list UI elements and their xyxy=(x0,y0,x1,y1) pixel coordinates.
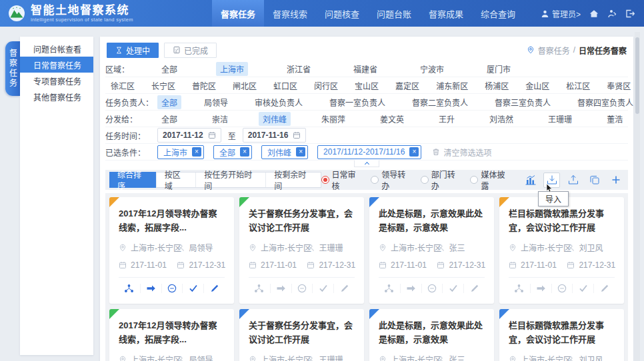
tab-processing[interactable]: 处理中 xyxy=(107,43,159,58)
filter-option[interactable]: 局领导 xyxy=(200,95,232,109)
remove-icon[interactable] xyxy=(421,284,443,293)
filter-option-district[interactable]: 嘉定区 xyxy=(391,79,423,93)
plus-icon[interactable] xyxy=(607,173,624,188)
filter-option-district[interactable]: 徐汇区 xyxy=(107,79,139,93)
nav-item[interactable]: 问题台账 xyxy=(368,0,420,27)
distribute-icon[interactable] xyxy=(379,284,400,293)
nav-item[interactable]: 督察线索 xyxy=(264,0,316,27)
filter-option-district[interactable]: 闵行区 xyxy=(310,79,342,93)
edit-icon[interactable] xyxy=(463,284,485,293)
task-card[interactable]: 此处是标题，示意效果此处是标题，示意效果 上海市-长宁区 张三 xyxy=(369,309,494,361)
filter-option[interactable]: 审核处负责人 xyxy=(251,95,307,109)
distribute-icon[interactable] xyxy=(119,284,140,293)
distribute-icon[interactable] xyxy=(249,284,270,293)
filter-option-district[interactable]: 宝山区 xyxy=(351,79,383,93)
filter-option[interactable]: 刘浩然 xyxy=(485,112,517,126)
task-card[interactable]: 关于督察任务分发事宜，会议讨论工作开展 上海市-长宁区 王珊珊 xyxy=(239,197,364,304)
distribute-icon[interactable] xyxy=(509,284,530,293)
task-card[interactable]: 2017年12月领导转办督察线索，拓展字段... 上海市-长宁区 局领导 xyxy=(109,309,234,361)
remove-icon[interactable] xyxy=(291,284,313,293)
user-menu[interactable]: 管理员> xyxy=(541,8,581,19)
filter-option-district[interactable]: 闸北区 xyxy=(229,79,261,93)
tab-completed[interactable]: 已完成 xyxy=(164,43,217,58)
filter-option-district[interactable]: 虹口区 xyxy=(269,79,301,93)
chart-icon[interactable] xyxy=(522,173,539,188)
sidebar-item[interactable]: 日常督察任务 xyxy=(20,57,93,73)
filter-option[interactable]: 董浩 xyxy=(603,112,627,126)
import-icon[interactable]: 导入 xyxy=(543,173,560,188)
nav-item[interactable]: 督察成果 xyxy=(420,0,472,27)
nav-item[interactable]: 问题核查 xyxy=(316,0,368,27)
task-card[interactable]: 关于督察任务分发事宜，会议讨论工作开展 上海市-长宁区 王珊珊 xyxy=(239,309,364,361)
nav-item[interactable]: 督察任务 xyxy=(212,0,264,27)
filter-option[interactable]: 朱丽萍 xyxy=(317,112,349,126)
home-icon[interactable] xyxy=(589,9,599,18)
export-icon[interactable] xyxy=(565,173,581,188)
filter-option[interactable]: 督察三室负责人 xyxy=(491,95,555,109)
forward-icon[interactable] xyxy=(530,284,551,293)
check-icon[interactable] xyxy=(442,284,463,293)
sidebar-item[interactable]: 问题台帐查看 xyxy=(20,41,93,57)
forward-icon[interactable] xyxy=(140,284,161,293)
forward-icon[interactable] xyxy=(270,284,291,293)
category-radio[interactable]: 领导转办 xyxy=(371,169,412,191)
sort-tab[interactable]: 按剩余时间 xyxy=(265,173,320,187)
remove-tag-icon[interactable]: × xyxy=(296,147,305,157)
service-icon[interactable] xyxy=(607,9,617,18)
filter-option[interactable]: 福建省 xyxy=(349,62,381,76)
task-card[interactable]: 栏目标题微软雅黑分发事宜，会议讨论工作开展 上海市-长宁区 刘卫风 xyxy=(499,309,624,361)
remove-icon[interactable] xyxy=(551,284,573,293)
filter-option[interactable]: 督察一室负责人 xyxy=(325,95,389,109)
filter-option[interactable]: 全部 xyxy=(157,62,181,76)
end-date-input[interactable]: 2017-11-16 xyxy=(243,128,307,143)
check-icon[interactable] xyxy=(182,284,203,293)
category-radio[interactable]: 部门转办 xyxy=(421,169,462,191)
sidebar-item[interactable]: 其他督察任务 xyxy=(20,89,93,105)
filter-option[interactable]: 督察二室负责人 xyxy=(408,95,472,109)
filter-option[interactable]: 王升 xyxy=(435,112,459,126)
filter-option[interactable]: 全部 xyxy=(157,95,181,109)
page-scrollbar[interactable] xyxy=(635,32,640,361)
remove-tag-icon[interactable]: × xyxy=(192,147,201,157)
filter-option-district[interactable]: 长宁区 xyxy=(147,79,179,93)
sidebar-item[interactable]: 专项督察任务 xyxy=(20,73,93,89)
task-card[interactable]: 2017年12月领导转办督察线索，拓展字段... 上海市-长宁区 局领导 xyxy=(109,197,234,304)
check-icon[interactable] xyxy=(312,284,333,293)
filter-option-district[interactable]: 普陀区 xyxy=(188,79,220,93)
check-icon[interactable] xyxy=(572,284,593,293)
remove-tag-icon[interactable]: × xyxy=(240,147,249,157)
forward-icon[interactable] xyxy=(400,284,421,293)
filter-option[interactable]: 崇洁 xyxy=(208,112,232,126)
remove-tag-icon[interactable]: × xyxy=(409,147,419,157)
filter-option[interactable]: 上海市 xyxy=(216,62,248,76)
filter-option[interactable]: 全部 xyxy=(157,112,181,126)
filter-option-district[interactable]: 浦东新区 xyxy=(432,79,472,93)
collapse-filters-button[interactable] xyxy=(354,160,379,167)
filter-option-district[interactable]: 金山区 xyxy=(521,79,553,93)
filter-option[interactable]: 姜文英 xyxy=(376,112,408,126)
task-card[interactable]: 此处是标题，示意效果此处是标题，示意效果 上海市-长宁区 张三 xyxy=(369,197,494,304)
logout-icon[interactable] xyxy=(625,9,635,18)
filter-option[interactable]: 督察四室负责人 xyxy=(573,95,633,109)
edit-icon[interactable] xyxy=(593,284,615,293)
sort-tab[interactable]: 综合排序 xyxy=(109,172,156,188)
category-radio[interactable]: 日常审核 xyxy=(321,169,363,191)
sort-tab[interactable]: 按任务开始时间 xyxy=(195,173,265,187)
sort-tab[interactable]: 按区域 xyxy=(156,173,195,187)
scrollbar-thumb[interactable] xyxy=(635,37,639,114)
copy-icon[interactable] xyxy=(586,173,603,188)
filter-option-district[interactable]: 杨浦区 xyxy=(481,79,513,93)
filter-option[interactable]: 刘伟峰 xyxy=(259,112,291,126)
nav-item[interactable]: 综合查询 xyxy=(472,0,524,27)
clear-filters-button[interactable]: 清空筛选选项 xyxy=(432,147,491,158)
category-radio[interactable]: 媒体披露 xyxy=(470,169,511,191)
start-date-input[interactable]: 2017-11-12 xyxy=(157,128,221,143)
filter-option[interactable]: 浙江省 xyxy=(283,62,315,76)
edit-icon[interactable] xyxy=(203,284,225,293)
filter-option[interactable]: 厦门市 xyxy=(483,62,515,76)
breadcrumb-root[interactable]: 督察任务 xyxy=(538,45,570,56)
edit-icon[interactable] xyxy=(333,284,355,293)
task-card[interactable]: 栏目标题微软雅黑分发事宜，会议讨论工作开展 上海市-长宁区 刘卫风 xyxy=(499,197,624,304)
remove-icon[interactable] xyxy=(161,284,183,293)
filter-option[interactable]: 宁波市 xyxy=(416,62,448,76)
